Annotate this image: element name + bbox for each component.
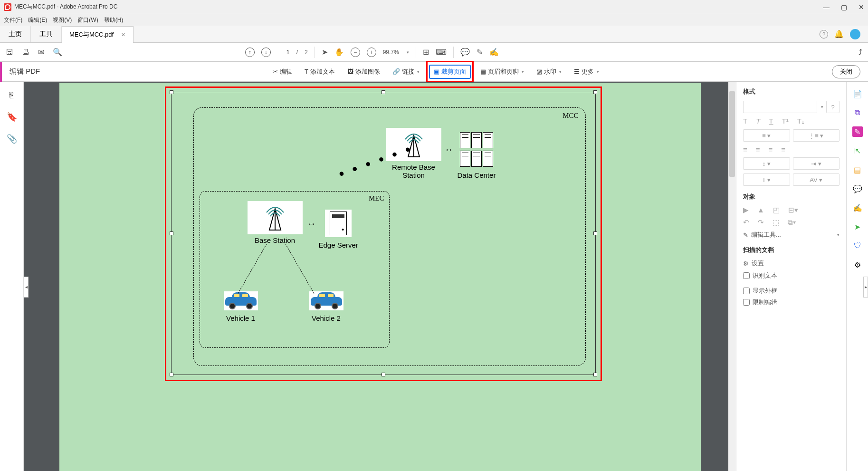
list-number-button[interactable]: ⋮≡ ▾ bbox=[793, 129, 840, 142]
hand-tool-icon[interactable]: ✋ bbox=[334, 48, 344, 57]
align-right-icon[interactable]: ≡ bbox=[769, 145, 773, 154]
crop-handle-tm[interactable] bbox=[382, 90, 385, 94]
align-obj-icon[interactable]: ⊟▾ bbox=[788, 206, 798, 214]
maximize-button[interactable]: ▢ bbox=[841, 3, 847, 11]
list-bullet-button[interactable]: ≡ ▾ bbox=[743, 129, 790, 142]
crop-selection[interactable]: MCC Remote Base Station bbox=[171, 92, 596, 375]
organize-icon[interactable]: ▤ bbox=[852, 164, 863, 175]
highlight-icon[interactable]: ✎ bbox=[477, 48, 483, 57]
arrange-icon[interactable]: ⧉▾ bbox=[788, 218, 796, 227]
create-pdf-icon[interactable]: 📄 bbox=[852, 88, 863, 99]
restrict-checkbox[interactable]: 限制编辑 bbox=[743, 298, 839, 307]
save-icon[interactable]: 🖫 bbox=[6, 48, 13, 57]
menu-help[interactable]: 帮助(H) bbox=[104, 16, 124, 24]
tab-active-file[interactable]: MEC与MCC.pdf ✕ bbox=[62, 26, 134, 43]
send-icon[interactable]: ➤ bbox=[852, 221, 863, 232]
notifications-icon[interactable]: 🔔 bbox=[835, 30, 843, 38]
crop-handle-bl[interactable] bbox=[170, 373, 173, 376]
protect-icon[interactable]: 🛡 bbox=[852, 240, 863, 251]
crop-handle-tl[interactable] bbox=[170, 90, 173, 94]
menu-edit[interactable]: 编辑(E) bbox=[28, 16, 47, 24]
crop-handle-ml[interactable] bbox=[170, 231, 173, 235]
more-tools-icon[interactable]: ⚙ bbox=[852, 260, 863, 270]
crop-obj-icon[interactable]: ◰ bbox=[773, 206, 780, 214]
tool-add-image[interactable]: 🖼 添加图像 bbox=[344, 66, 383, 78]
text-super-icon[interactable]: T¹ bbox=[782, 117, 789, 125]
text-underline-icon[interactable]: T bbox=[769, 117, 773, 125]
sign-icon[interactable]: ✍ bbox=[489, 48, 499, 57]
page-down-icon[interactable]: ↓ bbox=[261, 48, 271, 57]
document-viewport[interactable]: MCC Remote Base Station bbox=[24, 82, 736, 471]
tool-link[interactable]: 🔗 链接▾ bbox=[390, 66, 422, 78]
comment-tool-icon[interactable]: 💬 bbox=[852, 183, 863, 194]
tool-watermark[interactable]: ▨ 水印▾ bbox=[534, 66, 564, 78]
crop-handle-mr[interactable] bbox=[593, 231, 597, 235]
share-icon[interactable]: ⤴ bbox=[858, 48, 862, 57]
print-icon[interactable]: 🖶 bbox=[22, 48, 29, 57]
zoom-in-icon[interactable]: + bbox=[367, 48, 376, 57]
settings-label[interactable]: 设置 bbox=[752, 259, 764, 268]
search-icon[interactable]: 🔍 bbox=[53, 48, 62, 57]
select-tool-icon[interactable]: ➤ bbox=[322, 48, 328, 57]
page-up-icon[interactable]: ↑ bbox=[245, 48, 255, 57]
edit-pdf-icon[interactable]: ✎ bbox=[852, 126, 863, 137]
export-icon[interactable]: ⇱ bbox=[852, 145, 863, 156]
edit-tool-label[interactable]: 编辑工具... bbox=[751, 231, 781, 239]
tool-add-text[interactable]: T 添加文本 bbox=[302, 66, 338, 78]
fill-sign-icon[interactable]: ✍ bbox=[852, 202, 863, 213]
email-icon[interactable]: ✉ bbox=[38, 48, 44, 57]
tab-active-label: MEC与MCC.pdf bbox=[69, 30, 114, 39]
page-current-input[interactable] bbox=[277, 48, 290, 56]
user-avatar[interactable] bbox=[850, 29, 860, 39]
thumbnails-icon[interactable]: ⎘ bbox=[9, 90, 14, 100]
text-sub-icon[interactable]: T₁ bbox=[797, 117, 804, 125]
zoom-level[interactable]: 99.7% bbox=[383, 49, 399, 56]
line-spacing-button[interactable]: ↕ ▾ bbox=[743, 157, 790, 170]
close-button[interactable]: ✕ bbox=[858, 3, 864, 11]
tab-home[interactable]: 主页 bbox=[0, 26, 31, 42]
char-spacing-button[interactable]: AV ▾ bbox=[793, 173, 840, 186]
tool-header-footer[interactable]: ▤ 页眉和页脚▾ bbox=[477, 66, 527, 78]
help-icon[interactable]: ? bbox=[820, 30, 828, 38]
close-editbar-button[interactable]: 关闭 bbox=[832, 65, 860, 78]
zoom-out-icon[interactable]: − bbox=[351, 48, 360, 57]
align-left-icon[interactable]: ≡ bbox=[743, 145, 747, 154]
comment-icon[interactable]: 💬 bbox=[460, 48, 470, 57]
ocr-checkbox[interactable]: 识别文本 bbox=[743, 271, 839, 280]
align-justify-icon[interactable]: ≡ bbox=[781, 145, 785, 154]
menu-view[interactable]: 视图(V) bbox=[53, 16, 72, 24]
diagram-base-station: Base Station bbox=[248, 201, 303, 244]
attachments-icon[interactable]: 📎 bbox=[7, 134, 17, 144]
vertical-scrollbar[interactable] bbox=[728, 82, 736, 471]
crop-handle-br[interactable] bbox=[593, 373, 597, 376]
minimize-button[interactable]: — bbox=[823, 3, 830, 11]
diagram-vehicle-1: Vehicle 1 bbox=[224, 291, 258, 322]
font-family-select[interactable] bbox=[743, 101, 817, 113]
menu-file[interactable]: 文件(F) bbox=[4, 16, 22, 24]
align-center-icon[interactable]: ≡ bbox=[756, 145, 760, 154]
tab-tools[interactable]: 工具 bbox=[31, 26, 62, 42]
replace-icon[interactable]: ⬚ bbox=[773, 218, 779, 227]
text-plain-icon[interactable]: T bbox=[743, 117, 747, 125]
crop-handle-bm[interactable] bbox=[382, 373, 385, 376]
font-help-button[interactable]: ? bbox=[826, 101, 839, 113]
indent-button[interactable]: ⇥ ▾ bbox=[793, 157, 840, 170]
flip-v-icon[interactable]: ▲ bbox=[757, 206, 764, 214]
fit-width-icon[interactable]: ⊞ bbox=[423, 48, 429, 57]
show-box-checkbox[interactable]: 显示外框 bbox=[743, 287, 839, 295]
text-italic-icon[interactable]: T bbox=[756, 117, 760, 125]
crop-handle-tr[interactable] bbox=[593, 90, 597, 94]
gear-icon: ⚙ bbox=[743, 260, 749, 267]
tool-edit[interactable]: ✂ 编辑 bbox=[270, 66, 295, 78]
menu-window[interactable]: 窗口(W) bbox=[77, 16, 98, 24]
text-color-button[interactable]: T ▾ bbox=[743, 173, 790, 186]
collapse-left-button[interactable]: ◂ bbox=[24, 277, 29, 298]
rotate-ccw-icon[interactable]: ↶ bbox=[743, 218, 749, 227]
bookmarks-icon[interactable]: 🔖 bbox=[7, 112, 17, 122]
tab-close-icon[interactable]: ✕ bbox=[121, 32, 125, 38]
flip-h-icon[interactable]: ▶ bbox=[743, 206, 749, 214]
fit-page-icon[interactable]: ⌨ bbox=[436, 48, 447, 57]
combine-icon[interactable]: ⧉ bbox=[852, 107, 863, 118]
tool-more[interactable]: ☰ 更多▾ bbox=[571, 66, 602, 78]
rotate-cw-icon[interactable]: ↷ bbox=[758, 218, 764, 227]
